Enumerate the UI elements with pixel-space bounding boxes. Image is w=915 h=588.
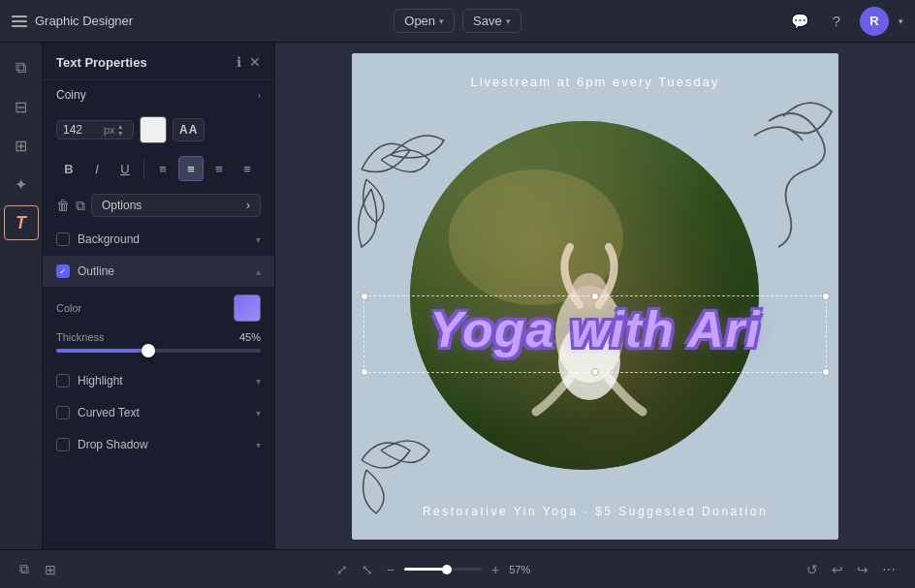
- outline-chevron-icon: ▴: [256, 266, 261, 277]
- redo-icon[interactable]: ↪: [853, 558, 872, 581]
- bottom-center: ⤢ ⤡ − + 57%: [332, 558, 530, 581]
- zoom-slider[interactable]: [404, 568, 482, 571]
- background-checkbox[interactable]: [56, 232, 70, 246]
- color-label: Color: [56, 302, 81, 314]
- sidebar-icon-elements[interactable]: ✦: [4, 167, 39, 201]
- canvas-bottom-text: Restorative Yin Yoga · $5 Suggested Dona…: [352, 505, 838, 518]
- drop-shadow-header[interactable]: Drop Shadow ▾: [43, 429, 274, 460]
- open-button[interactable]: Open ▾: [394, 9, 455, 33]
- options-chevron-icon: ›: [246, 199, 250, 212]
- layers-bottom-icon[interactable]: ⧉: [16, 557, 33, 581]
- avatar-chevron-icon[interactable]: ▾: [899, 16, 903, 26]
- background-header[interactable]: Background ▾: [43, 224, 274, 255]
- text-properties-panel: Text Properties ℹ ✕ Coiny › px ▲ ▼ AA: [43, 43, 275, 549]
- circle-image: [410, 121, 759, 470]
- thickness-value: 45%: [239, 331, 261, 343]
- background-section: Background ▾: [43, 224, 274, 256]
- panel-header: Text Properties ℹ ✕: [43, 43, 274, 80]
- underline-button[interactable]: U: [112, 156, 138, 181]
- handle-br[interactable]: [822, 368, 830, 376]
- yoga-figure-svg: [410, 121, 759, 470]
- outline-color-swatch[interactable]: [234, 294, 261, 322]
- highlight-section: Highlight ▾: [43, 365, 274, 397]
- sidebar-icon-text[interactable]: T: [4, 205, 39, 240]
- font-size-input[interactable]: [63, 123, 102, 137]
- align-left-button[interactable]: ≡: [150, 156, 175, 181]
- chat-icon[interactable]: 💬: [786, 8, 813, 35]
- font-selector-row: Coiny ›: [43, 80, 274, 110]
- canvas-top-text: Livestream at 6pm every Tuesday: [352, 75, 838, 89]
- canvas-area[interactable]: Livestream at 6pm every Tuesday: [275, 43, 915, 549]
- circle-image-inner: [410, 121, 759, 470]
- bold-button[interactable]: B: [56, 156, 81, 181]
- size-down-button[interactable]: ▼: [117, 130, 124, 137]
- font-size-input-wrap: px ▲ ▼: [56, 120, 134, 139]
- handle-tr[interactable]: [822, 293, 830, 300]
- text-case-button[interactable]: AA: [173, 118, 205, 141]
- bottom-bar: ⧉ ⊞ ⤢ ⤡ − + 57% ↺ ↩ ↪ ⋯: [0, 549, 915, 588]
- resize-icon[interactable]: ⤡: [358, 558, 377, 581]
- outline-color-row: Color: [56, 294, 261, 322]
- outline-checkbox[interactable]: [56, 264, 70, 278]
- icon-sidebar: ⧉ ⊟ ⊞ ✦ T: [0, 43, 43, 549]
- align-center-button[interactable]: ≡: [178, 156, 204, 181]
- format-divider: [143, 160, 144, 177]
- font-chevron-icon[interactable]: ›: [258, 90, 261, 101]
- canvas-yoga-text[interactable]: Yoga with Ari: [369, 300, 821, 358]
- thickness-row: Thickness 45%: [56, 331, 261, 353]
- handle-bl[interactable]: [361, 368, 368, 376]
- panel-header-icons: ℹ ✕: [237, 54, 261, 70]
- app-title: Graphic Designer: [35, 14, 133, 28]
- curved-text-checkbox[interactable]: [56, 406, 70, 419]
- outline-section: Outline ▴ Color Thickness 45%: [43, 256, 274, 365]
- sidebar-icon-grid[interactable]: ⊞: [4, 128, 39, 163]
- zoom-in-icon[interactable]: +: [488, 558, 503, 581]
- align-right-button[interactable]: ≡: [206, 156, 232, 181]
- handle-tl[interactable]: [361, 293, 368, 300]
- curved-text-label: Curved Text: [78, 406, 248, 419]
- outline-label: Outline: [78, 264, 248, 278]
- fit-icon[interactable]: ⤢: [332, 558, 352, 581]
- drop-shadow-checkbox[interactable]: [56, 438, 70, 451]
- canvas-wrapper: Livestream at 6pm every Tuesday: [352, 53, 838, 540]
- duplicate-icon[interactable]: ⧉: [76, 198, 85, 214]
- help-icon[interactable]: ?: [823, 8, 850, 35]
- align-justify-button[interactable]: ≡: [235, 156, 260, 181]
- outline-header[interactable]: Outline ▴: [43, 256, 274, 287]
- sidebar-icon-sliders[interactable]: ⊟: [4, 89, 39, 124]
- zoom-thumb[interactable]: [442, 565, 452, 574]
- thickness-slider-track[interactable]: [56, 349, 261, 353]
- highlight-chevron-icon: ▾: [256, 376, 261, 387]
- size-unit: px: [104, 124, 115, 136]
- text-color-swatch[interactable]: [140, 116, 167, 143]
- highlight-checkbox[interactable]: [56, 374, 70, 387]
- thickness-slider-thumb[interactable]: [142, 344, 155, 357]
- curved-text-header[interactable]: Curved Text ▾: [43, 397, 274, 428]
- size-up-button[interactable]: ▲: [117, 123, 124, 130]
- topbar-right: 💬 ? R ▾: [521, 7, 903, 36]
- zoom-out-icon[interactable]: −: [383, 558, 398, 581]
- italic-button[interactable]: I: [84, 156, 110, 181]
- options-button[interactable]: Options ›: [91, 194, 261, 217]
- grid-bottom-icon[interactable]: ⊞: [41, 558, 60, 581]
- highlight-header[interactable]: Highlight ▾: [43, 365, 274, 396]
- drop-shadow-label: Drop Shadow: [78, 438, 248, 451]
- highlight-label: Highlight: [78, 374, 248, 387]
- sidebar-icon-layers[interactable]: ⧉: [4, 50, 39, 85]
- background-chevron-icon: ▾: [256, 234, 261, 245]
- zoom-track[interactable]: [404, 568, 482, 571]
- refresh-icon[interactable]: ↺: [803, 558, 822, 581]
- size-stepper: ▲ ▼: [117, 123, 124, 137]
- undo-icon[interactable]: ↩: [828, 558, 847, 581]
- info-icon[interactable]: ℹ: [237, 54, 241, 70]
- close-icon[interactable]: ✕: [249, 54, 261, 70]
- save-button[interactable]: Save ▾: [462, 9, 521, 33]
- more-icon[interactable]: ⋯: [878, 558, 899, 581]
- topbar: Graphic Designer Open ▾ Save ▾ 💬 ? R ▾: [0, 0, 915, 43]
- size-color-row: px ▲ ▼ AA: [43, 110, 274, 150]
- trash-icon[interactable]: 🗑: [56, 198, 70, 213]
- menu-icon[interactable]: [12, 15, 27, 27]
- avatar[interactable]: R: [860, 7, 889, 36]
- bottom-right: ↺ ↩ ↪ ⋯: [803, 558, 899, 581]
- design-canvas[interactable]: Livestream at 6pm every Tuesday: [352, 53, 838, 540]
